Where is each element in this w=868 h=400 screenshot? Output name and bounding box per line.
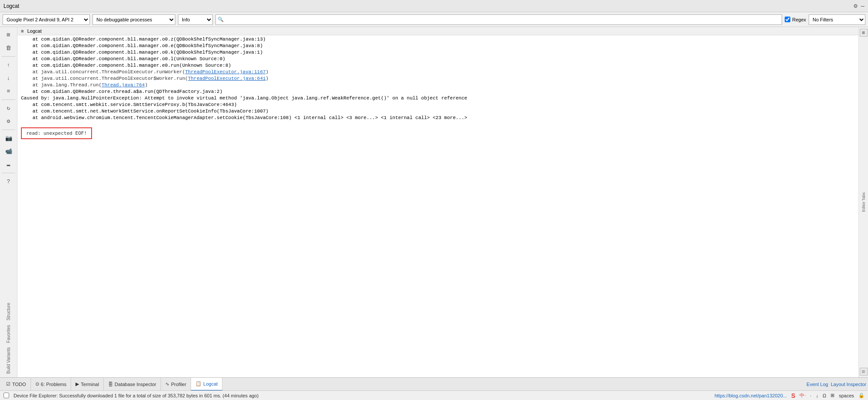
log-line: at com.qidian.QDReader.core.thread.a$a.r… [17,89,858,95]
tab-todo[interactable]: ☑ TODO [2,378,31,391]
db-inspector-label: Database Inspector [115,382,156,387]
tab-problems[interactable]: ⊙ 6: Problems [31,378,72,391]
divider-2 [2,99,15,100]
log-line: at android.webview.chromium.tencent.Tenc… [17,115,858,121]
left-sidebar: ⊞ 🗑 ↑ ↓ ≡ ↻ ⚙ 📷 📹 ▬ ? Structure Favorite… [0,27,17,377]
title-bar: Logcat ⚙ — [0,0,868,12]
window-title: Logcat [3,3,19,9]
level-select[interactable]: Info Verbose Debug Warn Error [178,14,213,25]
status-checkbox[interactable] [3,393,9,398]
content-panel: ≡ Logcat at com.qidian.QDReader.componen… [17,27,858,377]
problems-label: 6: Problems [41,382,67,387]
status-bar-right: https://blog.csdn.net/pan132020... S 中· … [714,392,865,399]
filters-select[interactable]: No Filters [809,14,865,25]
eof-message: read: unexpected EOF! [21,127,92,139]
right-sidebar: ⊠ Editor Tabs ⊡ [858,27,868,377]
sidebar-icon-scroll-up[interactable]: ↑ [2,59,16,71]
right-sidebar-top-btn[interactable]: ⊠ [860,29,868,37]
sidebar-icon-help[interactable]: ? [2,175,16,188]
log-line: at com.tencent.smtt.net.NetworkSmttServi… [17,108,858,115]
structure-label[interactable]: Structure [6,301,11,322]
sidebar-icon-screenrecord[interactable]: 📹 [2,145,16,157]
build-variants-label[interactable]: Build Variants [6,345,11,376]
regex-label: Regex [792,17,806,22]
sidebar-icon-table[interactable]: ⊞ [2,29,16,41]
layout-inspector-link[interactable]: Layout Inspector [831,382,866,387]
editor-tabs-label[interactable]: Editor Tabs [861,191,866,213]
status-message: Device File Explorer: Successfully downl… [14,393,259,398]
terminal-label: Terminal [81,382,99,387]
search-wrapper: 🔍 [215,14,782,25]
log-line: at com.qidian.QDReader.component.bll.man… [17,36,858,43]
link-threadpoolexecutor-1[interactable]: ThreadPoolExecutor.java:1167 [185,69,266,75]
divider-1 [2,56,15,57]
log-line: at java.util.concurrent.ThreadPoolExecut… [17,69,858,75]
link-thread[interactable]: Thread.java:764 [102,82,145,88]
sidebar-icon-settings[interactable]: ⚙ [2,115,16,127]
sidebar-icon-box[interactable]: ▬ [2,158,16,171]
logcat-icon: 📋 [195,381,202,386]
tab-terminal[interactable]: ▶ Terminal [71,378,104,391]
todo-label: TODO [12,382,26,387]
log-line: at com.qidian.QDReader.component.bll.man… [17,56,858,62]
s-logo: S [791,392,795,399]
sidebar-icon-format[interactable]: ≡ [2,85,16,97]
profiler-icon: ∿ [165,381,169,387]
logcat-tab-label: Logcat [203,381,218,386]
search-icon: 🔍 [218,17,224,22]
regex-checkbox[interactable] [785,17,790,22]
sidebar-icon-screenshot[interactable]: 📷 [2,132,16,144]
event-log-link[interactable]: Event Log [806,382,828,387]
log-line: at com.qidian.QDReader.component.bll.man… [17,43,858,49]
logcat-header-label: Logcat [27,28,41,34]
sidebar-icon-clear[interactable]: 🗑 [2,42,16,54]
status-bar: Device File Explorer: Successfully downl… [0,390,868,400]
tab-profiler[interactable]: ∿ Profiler [161,378,191,391]
log-line: at java.lang.Thread.run(Thread.java:764) [17,82,858,89]
main-area: ⊞ 🗑 ↑ ↓ ≡ ↻ ⚙ 📷 📹 ▬ ? Structure Favorite… [0,27,868,377]
minimize-button[interactable]: — [861,3,865,10]
profiler-label: Profiler [171,382,186,387]
title-bar-controls: ⚙ — [854,2,865,10]
divider-4 [2,173,15,173]
logcat-panel-header: ≡ Logcat [17,27,858,35]
log-line: at com.tencent.smtt.webkit.service.SmttS… [17,102,858,108]
problems-icon: ⊙ [35,381,39,387]
tab-logcat[interactable]: 📋 Logcat [191,378,222,391]
process-select[interactable]: No debuggable processes [92,14,175,25]
status-lock-icon: 🔒 [858,393,865,398]
todo-icon: ☑ [6,381,10,387]
log-line: at com.qidian.QDReader.component.bll.man… [17,62,858,69]
sidebar-icon-scroll-down[interactable]: ↓ [2,72,16,84]
terminal-icon: ▶ [75,381,79,387]
chinese-text: 中· [800,392,806,399]
status-spaces: spaces [839,393,854,398]
status-icon-3: Ω [823,393,826,398]
right-sidebar-bottom-btn[interactable]: ⊡ [860,368,868,376]
bottom-right: Event Log Layout Inspector [806,382,866,387]
device-select[interactable]: Google Pixel 2 Android 9, API 2 [3,14,90,25]
regex-wrapper: Regex [785,17,806,22]
status-icon-4: ⊞ [830,393,834,398]
logcat-header-icon: ≡ [21,28,24,34]
status-icon-1: · [810,393,811,398]
bottom-tabs: ☑ TODO ⊙ 6: Problems ▶ Terminal 🗄 Databa… [0,377,868,390]
divider-3 [2,130,15,130]
log-content[interactable]: at com.qidian.QDReader.component.bll.man… [17,35,858,377]
favorites-label[interactable]: Favorites [6,323,11,345]
status-icon-2: ↓ [816,393,818,398]
link-threadpoolexecutor-2[interactable]: ThreadPoolExecutor.java:641 [188,76,266,81]
search-input[interactable] [226,17,780,22]
log-line: Caused by: java.lang.NullPointerExceptio… [17,95,858,102]
db-inspector-icon: 🗄 [108,382,113,387]
toolbar: Google Pixel 2 Android 9, API 2 No debug… [0,12,868,27]
tab-database-inspector[interactable]: 🗄 Database Inspector [104,378,161,391]
log-line: at com.qidian.QDReader.component.bll.man… [17,49,858,56]
eof-container: read: unexpected EOF! [17,121,858,145]
status-url: https://blog.csdn.net/pan132020... [714,393,787,398]
log-line: at java.util.concurrent.ThreadPoolExecut… [17,75,858,82]
settings-button[interactable]: ⚙ [854,2,857,10]
sidebar-icon-refresh[interactable]: ↻ [2,102,16,114]
